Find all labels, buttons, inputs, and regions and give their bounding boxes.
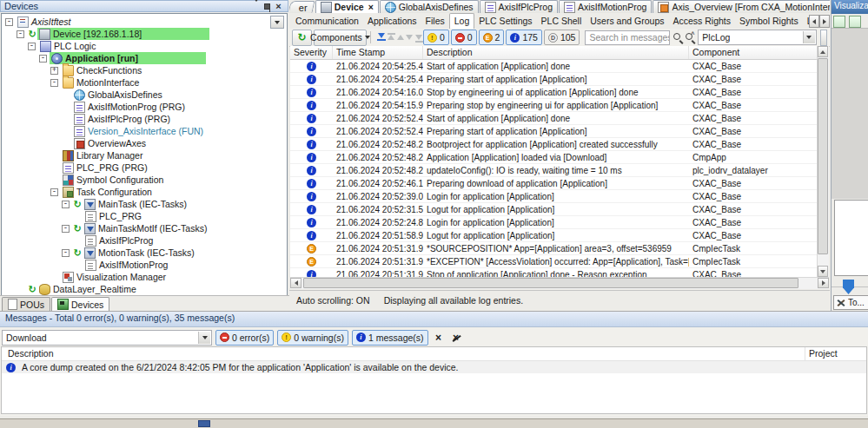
log-row[interactable]: 21.06.2024 20:52:48.264 Application [App… [290, 151, 818, 164]
tree-item[interactable]: OverviewAxes [2, 137, 287, 149]
log-row[interactable]: 21.06.2024 20:52:46.181 Preparing downlo… [290, 177, 818, 190]
refresh-log-button[interactable] [292, 30, 312, 46]
visu-canvas[interactable] [834, 200, 868, 276]
log-row[interactable]: 21.06.2024 20:52:48.269 Bootproject for … [290, 138, 818, 151]
tree-item[interactable]: PLC_PRG (PRG) [2, 161, 287, 174]
device-editor-tab[interactable]: Files [421, 14, 449, 29]
tree-item[interactable]: Device [192.168.1.18] [2, 28, 287, 40]
tree-expander[interactable] [62, 249, 70, 257]
column-severity[interactable]: Severity [290, 46, 333, 59]
tree-expander[interactable] [50, 188, 58, 196]
device-editor-tab[interactable]: Communication [291, 14, 363, 29]
device-editor-tab[interactable]: Log [449, 13, 475, 29]
combo-arrow[interactable] [803, 31, 815, 43]
close-tab-icon[interactable] [368, 2, 374, 12]
clear-all-messages-button[interactable]: × [449, 331, 463, 345]
log-row[interactable]: 21.06.2024 20:51:31.999 Stop of applicat… [290, 268, 818, 277]
log-row[interactable]: 21.06.2024 20:51:31.999 *SOURCEPOSITION*… [290, 242, 818, 255]
device-editor-tab[interactable]: Applications [363, 14, 421, 29]
log-row[interactable]: 21.06.2024 20:54:25.495 Preparing start … [290, 73, 818, 86]
log-row[interactable]: 21.06.2024 20:54:25.495 Start of applica… [290, 60, 818, 73]
message-category-select[interactable]: Download [2, 330, 212, 346]
tree-item[interactable]: Application [run] [2, 52, 287, 64]
warning-filter-button[interactable]: 0 [423, 30, 449, 45]
tree-item[interactable]: Task Configuration [2, 186, 287, 198]
tree-expander[interactable] [39, 55, 47, 63]
tree-expander[interactable] [28, 43, 36, 50]
vertical-scrollbar[interactable] [817, 46, 829, 277]
tree-item[interactable]: PLC Logic [2, 40, 287, 52]
tree-expander[interactable] [50, 79, 58, 87]
tab-devices[interactable]: Devices [51, 297, 109, 311]
scroll-left-button[interactable] [290, 278, 301, 288]
tree-item[interactable]: Symbol Configuration [2, 174, 287, 186]
tree-expander[interactable] [50, 67, 58, 75]
info-filter-button[interactable]: 175 [506, 30, 542, 45]
log-row[interactable]: 21.06.2024 20:51:31.999 *EXCEPTION* [Acc… [290, 255, 818, 268]
panel-close-button[interactable] [273, 2, 284, 11]
tree-expander[interactable] [62, 225, 70, 233]
tree-item[interactable]: CheckFunctions [2, 64, 287, 76]
previous-page-button[interactable] [395, 32, 403, 43]
visu-tool-icon[interactable] [849, 16, 861, 28]
column-timestamp[interactable]: Time Stamp [333, 46, 423, 59]
project-dropdown-button[interactable] [270, 16, 284, 29]
horizontal-scrollbar[interactable] [290, 277, 829, 289]
device-editor-tab[interactable]: PLC Shell [537, 14, 586, 29]
tree-item[interactable]: AxisIfMotionProg (PRG) [2, 101, 287, 113]
device-editor-tab[interactable]: Symbol Rights [735, 14, 803, 29]
log-row[interactable]: 21.06.2024 20:52:52.435 Start of applica… [290, 112, 818, 125]
column-component[interactable]: Component [689, 46, 818, 59]
log-table-header[interactable]: Severity Time Stamp Description Componen… [290, 46, 818, 60]
log-row[interactable]: 21.06.2024 20:52:31.576 Logut for applic… [290, 203, 818, 216]
scrollbar-thumb[interactable] [818, 58, 828, 254]
last-page-button[interactable] [414, 32, 421, 43]
document-tab[interactable]: AxisIfMotionProg [559, 0, 652, 13]
messages-table-header[interactable]: Description Project [2, 347, 866, 361]
visu-tool-icon[interactable] [833, 16, 845, 28]
log-row[interactable]: 21.06.2024 20:51:58.944 Logut for applic… [290, 229, 818, 242]
errors-filter-button[interactable]: 0 error(s) [215, 330, 274, 346]
warnings-filter-button[interactable]: 0 warning(s) [277, 330, 348, 346]
search-icon[interactable] [672, 31, 682, 44]
log-row[interactable]: 21.06.2024 20:52:39.024 Login for applic… [290, 190, 818, 203]
document-tab-clipped[interactable]: er [289, 1, 315, 13]
first-page-button[interactable] [386, 32, 394, 43]
jump-to-end-button[interactable] [374, 31, 384, 43]
log-row[interactable]: 21.06.2024 20:54:15.974 Preparing stop b… [290, 99, 818, 112]
toolbox-tab[interactable]: To... [833, 295, 868, 310]
tree-item[interactable]: AxisIfMotionProg [2, 259, 287, 271]
device-editor-tab[interactable]: PLC Settings [474, 14, 536, 29]
tree-item[interactable]: AxisIfPlcProg (PRG) [2, 113, 287, 125]
tree-item[interactable]: Version_AxisInterface (FUN) [2, 125, 287, 137]
tree-item[interactable]: DataLayer_Realtime [2, 283, 287, 295]
tree-item[interactable]: PLC_PRG [2, 210, 287, 222]
column-project[interactable]: Project [805, 347, 866, 360]
column-description[interactable]: Description [423, 46, 689, 59]
panel-menu-button[interactable] [250, 2, 262, 11]
messages-filter-button[interactable]: 1 message(s) [352, 330, 428, 346]
log-row[interactable]: 21.06.2024 20:52:52.435 Preparing start … [290, 125, 818, 138]
document-tab[interactable]: Axis_Overview [From CXA_MotionInterfaceU… [653, 0, 830, 13]
visualization-panel-header[interactable]: Visualizati [832, 0, 868, 14]
scroll-up-button[interactable] [818, 46, 828, 57]
panel-pin-button[interactable] [262, 2, 273, 11]
clear-messages-button[interactable]: × [432, 331, 446, 345]
tree-item[interactable]: MainTask (IEC-Tasks) [2, 198, 287, 210]
tree-expander[interactable] [5, 18, 13, 26]
document-tab[interactable]: GlobalAxisDefines [380, 0, 479, 13]
logger-select[interactable]: PlcLog [698, 30, 816, 45]
combo-arrow[interactable] [198, 332, 210, 344]
tree-item[interactable]: Visualization Manager [2, 271, 287, 283]
message-row[interactable]: A core dump created on the 6/21/2024 8:4… [2, 361, 866, 373]
scroll-right-button[interactable] [818, 278, 829, 288]
column-description[interactable]: Description [2, 347, 805, 360]
taskbar-app-icon[interactable] [198, 420, 210, 427]
tree-item[interactable]: AxisItftest [2, 16, 287, 28]
tree-item[interactable]: Library Manager [2, 149, 287, 161]
scrollbar-thumb[interactable] [303, 278, 798, 288]
document-tab[interactable]: AxisIfPlcProg [480, 0, 558, 13]
exception-filter-button[interactable]: 2 [479, 30, 505, 45]
search-input[interactable]: Search in messages [585, 30, 670, 45]
debug-filter-button[interactable]: 105 [544, 30, 580, 45]
